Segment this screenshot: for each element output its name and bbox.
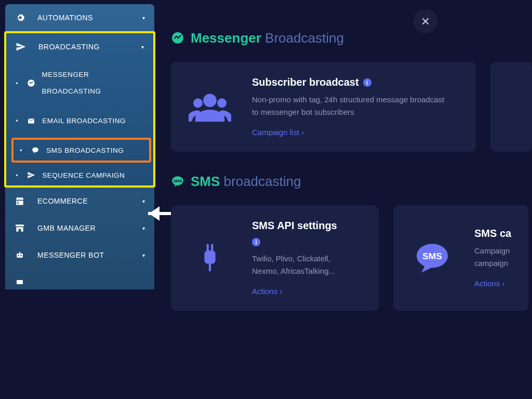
close-button[interactable] [414,9,437,33]
sidebar-subitem-sequence-campaign[interactable]: SEQUENCE CAMPAIGN [9,165,153,185]
robot-icon [15,250,29,260]
svg-rect-18 [209,262,211,271]
section-title-sms: SMS SMS broadcasting [171,174,532,190]
svg-text:SMS: SMS [174,179,182,183]
card-desc: Campaign campaign [474,245,528,270]
svg-rect-17 [211,244,213,251]
gears-icon [15,12,29,23]
card-sms-campaign[interactable]: SMS SMS ca Campaign campaign Actions › [393,205,528,311]
broadcasting-submenu: MESSENGER BROADCASTING EMAIL BROADCASTIN… [6,60,153,185]
sms-cards-row: SMS API settings i Twilio, Plivo, Clicka… [171,205,532,311]
card-title: SMS ca [474,228,528,240]
sidebar-item-more[interactable] [5,269,154,289]
svg-text:SMS: SMS [422,251,442,261]
sidebar-subitem-sms-broadcasting[interactable]: SMS BROADCASTING [14,140,149,161]
chevron-down-icon: ▾ [141,44,144,50]
chevron-down-icon: ▾ [142,225,145,231]
main-content: Messenger Broadcasting Subscriber broadc… [164,0,532,399]
actions-link[interactable]: Actions › [474,279,504,288]
sidebar-label: GMB MANAGER [37,224,96,232]
svg-point-11 [193,98,203,108]
sidebar-label: BROADCASTING [38,43,100,51]
card-title: Subscriber broadcast i [252,76,449,88]
svg-rect-15 [204,250,215,264]
card-desc: Twilio, Plivo, Clickatell, Nexmo, Africa… [252,252,345,277]
card-desc: Non-promo with tag, 24h structured messa… [252,94,449,118]
sidebar-label: ECOMMERCE [37,197,88,205]
svg-rect-2 [17,254,23,258]
card-subscriber-broadcast[interactable]: Subscriber broadcast i Non-promo with ta… [171,62,476,152]
sidebar-label: MESSENGER BOT [37,251,104,259]
chevron-right-icon: › [502,279,504,288]
sidebar-label: EMAIL BROADCASTING [42,113,126,129]
sidebar: AUTOMATIONS ▾ BROADCASTING ▾ MESSENGER B… [5,4,154,289]
sms-icon: SMS [171,175,184,189]
sidebar-label: SMS BROADCASTING [46,147,124,154]
card-body: SMS API settings i Twilio, Plivo, Clicka… [252,220,345,296]
info-icon[interactable]: i [363,78,371,87]
info-icon[interactable]: i [252,238,260,246]
section-muted: Broadcasting [265,30,344,46]
store-icon [15,196,29,206]
users-icon [187,84,233,130]
svg-point-1 [32,148,38,152]
svg-point-12 [217,98,227,108]
chevron-right-icon: › [301,128,304,137]
sidebar-label: MESSENGER BROADCASTING [42,66,147,100]
sms-bubble-icon: SMS [409,235,456,282]
messenger-cards-row: Subscriber broadcast i Non-promo with ta… [171,62,532,152]
actions-link[interactable]: Actions › [252,287,282,296]
section-accent: Messenger [191,30,261,46]
section-title-messenger: Messenger Broadcasting [171,30,532,46]
messenger-icon [25,79,36,87]
sidebar-item-gmb-manager[interactable]: GMB MANAGER ▾ [5,215,154,242]
chevron-down-icon: ▾ [142,15,145,21]
sidebar-item-automations[interactable]: AUTOMATIONS ▾ [5,4,154,31]
sidebar-item-messenger-bot[interactable]: MESSENGER BOT ▾ [5,242,154,269]
close-icon [420,16,431,26]
card-body: Subscriber broadcast i Non-promo with ta… [252,76,449,137]
paper-plane-icon [25,171,37,179]
plug-icon [187,235,233,282]
card-body: SMS ca Campaign campaign Actions › [474,228,528,288]
envelope-icon [25,117,37,125]
sms-icon [30,146,41,154]
generic-icon [15,277,29,287]
card-sms-api-settings[interactable]: SMS API settings i Twilio, Plivo, Clicka… [171,205,379,311]
svg-rect-6 [17,280,23,284]
storefront-icon [15,223,29,233]
sidebar-item-ecommerce[interactable]: ECOMMERCE ▾ [5,188,154,215]
svg-rect-16 [207,244,209,251]
svg-rect-5 [19,252,20,254]
highlight-broadcasting-group-annotation: BROADCASTING ▾ MESSENGER BROADCASTING EM… [4,31,155,188]
highlight-sms-broadcasting-annotation: SMS BROADCASTING [11,138,151,163]
campaign-list-link[interactable]: Campaign list › [252,128,304,137]
chevron-down-icon: ▾ [142,198,145,204]
paper-plane-icon [16,42,30,52]
sidebar-subitem-email-broadcasting[interactable]: EMAIL BROADCASTING [9,107,153,136]
section-accent: SMS [191,174,220,189]
sidebar-label: AUTOMATIONS [37,14,93,22]
sidebar-label: SEQUENCE CAMPAIGN [42,171,125,179]
section-muted: broadcasting [224,174,301,189]
chevron-down-icon: ▾ [142,252,145,258]
svg-point-4 [20,255,22,257]
messenger-icon [171,32,184,45]
svg-point-10 [203,94,217,107]
sidebar-item-broadcasting[interactable]: BROADCASTING ▾ [6,33,153,60]
svg-point-3 [18,255,19,257]
card-partial-right[interactable] [490,62,532,152]
sidebar-subitem-messenger-broadcasting[interactable]: MESSENGER BROADCASTING [9,60,153,107]
card-title: SMS API settings [252,220,345,232]
chevron-right-icon: › [280,287,282,296]
